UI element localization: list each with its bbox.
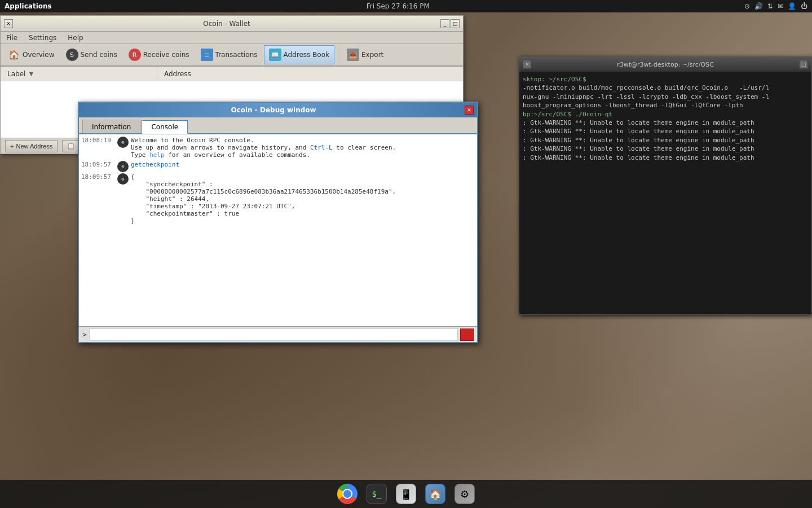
col-label-text: Label	[7, 70, 25, 78]
terminal-close-btn[interactable]: ✕	[523, 60, 532, 69]
timestamp-3: 18:09:57	[81, 173, 115, 225]
toolbar-receive-coins[interactable]: R Receive coins	[123, 45, 195, 64]
debug-tabs: Information Console	[79, 117, 477, 134]
send-coins-label: Send coins	[81, 51, 117, 59]
label-filter-icon[interactable]: ▼	[28, 71, 34, 77]
tab-information-label: Information	[92, 123, 131, 131]
toolbar-export[interactable]: 📤 Export	[342, 45, 389, 64]
console-clear-btn[interactable]	[460, 329, 474, 341]
timestamp-2: 18:09:57	[81, 161, 115, 172]
debug-input-bar: >	[79, 326, 477, 342]
applications-menu[interactable]: Applications	[5, 2, 52, 10]
debug-title: Ocoin - Debug window	[82, 106, 465, 114]
export-icon: 📤	[347, 49, 359, 61]
ocoin-icon-3: ⊙	[117, 173, 129, 185]
taskbar-top-center: Fri Sep 27 6:16 PM	[367, 2, 430, 10]
terminal-maximize-btn[interactable]: □	[799, 60, 808, 69]
terminal-line-1: sktop: ~/src/OSC$	[523, 75, 808, 84]
terminal-titlebar: ✕ r3wt@r3wt-desktop: ~/src/OSC □	[519, 57, 811, 72]
toolbar-send-coins[interactable]: S Send coins	[61, 45, 122, 64]
tablet-dock-icon: 📱	[396, 484, 416, 504]
wallet-maximize-btn[interactable]: □	[451, 19, 460, 28]
ocoin-icon-1: ⊙	[117, 137, 129, 148]
terminal-line-5: bp:~/src/OSC$ ./Ocoin-qt	[523, 110, 808, 119]
toolbar-transactions[interactable]: ≡ Transactions	[196, 45, 263, 64]
wallet-win-controls: _ □	[440, 19, 460, 28]
terminal-dock-icon: $_	[367, 484, 387, 504]
col-address-header: Address	[157, 67, 463, 81]
overview-label: Overview	[23, 51, 55, 59]
terminal-line-8: : Gtk-WARNING **: Unable to locate theme…	[523, 127, 808, 135]
col-address-text: Address	[164, 70, 191, 78]
datetime-display: Fri Sep 27 6:16 PM	[367, 2, 430, 10]
debug-console-output[interactable]: 18:08:19 ⊙ Welcome to the Ocoin RPC cons…	[79, 134, 477, 326]
taskbar-top-right: ⊙ 🔊 ⇅ ✉ 👤 ⏻	[744, 2, 807, 10]
mail-icon[interactable]: ✉	[778, 2, 783, 10]
toolbar-separator	[338, 46, 338, 63]
toolbar-address-book[interactable]: 📖 Address Book	[264, 45, 334, 64]
tab-console[interactable]: Console	[142, 120, 188, 134]
col-label-header: Label ▼	[1, 67, 157, 81]
wallet-menubar: File Settings Help	[1, 32, 463, 44]
ocoin-icon-2: ⊙	[117, 161, 129, 172]
new-address-label: New Address	[16, 143, 52, 150]
terminal-line-4: boost_program_options -lboost_thread -lQ…	[523, 101, 808, 110]
taskbar-top: Applications Fri Sep 27 6:16 PM ⊙ 🔊 ⇅ ✉ …	[0, 0, 812, 12]
user-icon[interactable]: 👤	[788, 2, 796, 10]
menu-help[interactable]: Help	[65, 33, 85, 43]
terminal-line-3: nux-gnu -lminiupnpc -lrt -lssl -lcrypto …	[523, 93, 808, 101]
terminal-line-10: : Gtk-WARNING **: Unable to locate theme…	[523, 136, 808, 144]
timestamp-1: 18:08:19	[81, 137, 115, 159]
tab-information[interactable]: Information	[82, 120, 140, 133]
wallet-title: Ocoin - Wallet	[13, 20, 440, 28]
export-label: Export	[361, 51, 383, 59]
transactions-label: Transactions	[215, 51, 258, 59]
volume-icon[interactable]: 🔊	[754, 2, 763, 10]
overview-icon: 🏠	[8, 49, 20, 61]
wallet-titlebar-close-btn[interactable]: ✕	[4, 19, 13, 28]
new-address-plus-icon: +	[10, 143, 14, 150]
send-coins-icon: S	[66, 49, 78, 61]
debug-titlebar: Ocoin - Debug window ✕	[79, 103, 477, 117]
terminal-window: ✕ r3wt@r3wt-desktop: ~/src/OSC □ sktop: …	[519, 56, 812, 315]
home-dock-icon: 🏠	[425, 484, 445, 504]
wallet-toolbar: 🏠 Overview S Send coins R Receive coins …	[1, 44, 463, 67]
transactions-icon: ≡	[201, 49, 213, 61]
connection-icon: ⇅	[767, 2, 773, 10]
dock-chrome[interactable]	[335, 481, 360, 506]
menu-file[interactable]: File	[4, 33, 20, 43]
tab-console-label: Console	[151, 123, 178, 131]
terminal-line-2: -notificator.o build/moc_rpcconsole.o bu…	[523, 84, 808, 92]
console-line-1: 18:08:19 ⊙ Welcome to the Ocoin RPC cons…	[81, 137, 475, 159]
copy-icon: 📋	[67, 142, 75, 150]
power-icon[interactable]: ⏻	[801, 2, 807, 10]
wallet-titlebar: ✕ Ocoin - Wallet _ □	[1, 16, 463, 32]
dock-home[interactable]: 🏠	[423, 481, 448, 506]
taskbar-top-left: Applications	[5, 2, 52, 10]
receive-coins-label: Receive coins	[143, 51, 189, 59]
dock-terminal[interactable]: $_	[364, 481, 389, 506]
console-input[interactable]	[89, 329, 458, 341]
new-address-button[interactable]: + New Address	[5, 140, 58, 152]
address-book-icon: 📖	[269, 49, 281, 61]
receive-coins-icon: R	[129, 49, 141, 61]
wallet-minimize-btn[interactable]: _	[440, 19, 449, 28]
debug-window: Ocoin - Debug window ✕ Information Conso…	[78, 102, 478, 343]
toolbar-overview[interactable]: 🏠 Overview	[3, 45, 60, 64]
taskbar-bottom: $_ 📱 🏠 ⚙	[0, 480, 812, 508]
terminal-title: r3wt@r3wt-desktop: ~/src/OSC	[532, 61, 799, 68]
console-line-3: 18:09:57 ⊙ { "synccheckpoint" : "0000000…	[81, 173, 475, 225]
gear-dock-icon: ⚙	[454, 484, 475, 504]
terminal-line-6: : Gtk-WARNING **: Unable to locate theme…	[523, 119, 808, 127]
console-text-1: Welcome to the Ocoin RPC console. Use up…	[131, 137, 475, 159]
address-book-label: Address Book	[284, 51, 329, 59]
network-status-icon: ⊙	[744, 2, 750, 10]
terminal-line-14: : Gtk-WARNING **: Unable to locate theme…	[523, 154, 808, 162]
chrome-icon	[337, 484, 358, 504]
debug-close-btn[interactable]: ✕	[465, 106, 474, 115]
dock-settings[interactable]: ⚙	[452, 481, 477, 506]
console-line-2: 18:09:57 ⊙ getcheckpoint	[81, 161, 475, 172]
dock-tablet[interactable]: 📱	[394, 481, 418, 506]
menu-settings[interactable]: Settings	[27, 33, 59, 43]
terminal-content: sktop: ~/src/OSC$ -notificator.o build/m…	[519, 72, 811, 314]
